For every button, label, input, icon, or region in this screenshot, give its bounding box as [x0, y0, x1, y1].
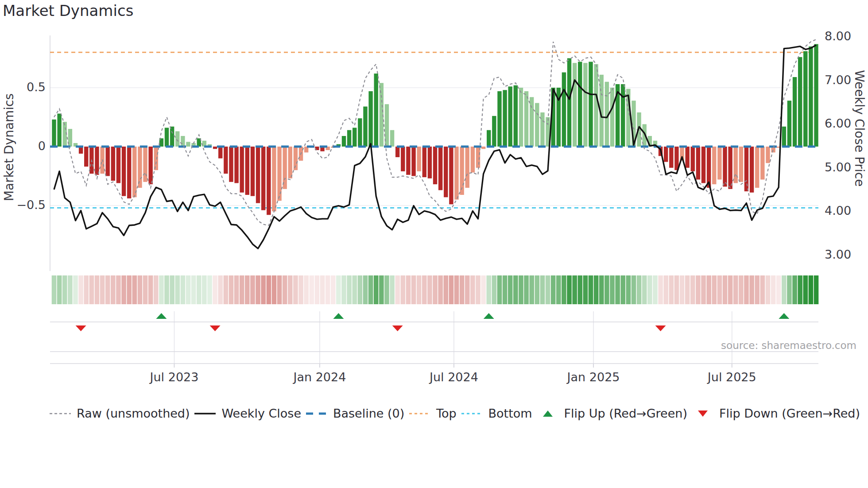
heatmap-cell	[685, 275, 690, 304]
oscillator-bar	[481, 147, 485, 149]
heatmap-cell	[341, 275, 346, 304]
heatmap-cell	[642, 275, 647, 304]
oscillator-bar	[57, 114, 61, 147]
oscillator-bar	[213, 147, 217, 149]
heatmap-cell	[798, 275, 802, 304]
heatmap-cell	[164, 275, 169, 304]
oscillator-bar	[814, 44, 818, 147]
left-axis-tick-label: 0.5	[27, 80, 46, 94]
heatmap-cell	[207, 275, 212, 304]
legend-label: Flip Down (Green→Red)	[719, 407, 860, 420]
weekly-close-swatch-icon	[194, 407, 216, 420]
right-axis-tick-label: 4.00	[825, 204, 851, 217]
heatmap-cell	[304, 275, 309, 304]
heatmap-cell	[513, 275, 518, 304]
oscillator-bar	[175, 131, 179, 147]
heatmap-cell	[449, 275, 454, 304]
heatmap-cell	[229, 275, 234, 304]
oscillator-bar	[712, 147, 716, 184]
heatmap-cell	[170, 275, 174, 304]
oscillator-bar	[492, 116, 496, 147]
legend-label: Baseline (0)	[333, 407, 404, 420]
heatmap-cell	[776, 275, 781, 304]
oscillator-bar	[84, 147, 88, 167]
heatmap-cell	[615, 275, 620, 304]
oscillator-bar	[417, 147, 421, 171]
heatmap-cell	[551, 275, 556, 304]
oscillator-bar	[750, 147, 754, 193]
oscillator-bar	[594, 64, 598, 147]
oscillator-bar	[261, 147, 265, 210]
heatmap-cell	[368, 275, 373, 304]
heatmap-cell	[283, 275, 287, 304]
heatmap-cell	[577, 275, 582, 304]
oscillator-bar	[411, 147, 415, 176]
heatmap-cell	[261, 275, 266, 304]
oscillator-bar	[787, 101, 791, 147]
top-line-swatch-icon	[409, 407, 430, 420]
heatmap-cell	[336, 275, 341, 304]
bottom-line-swatch-icon	[461, 407, 483, 420]
oscillator-bar	[664, 147, 668, 162]
heatmap-cell	[696, 275, 701, 304]
heatmap-cell	[89, 275, 94, 304]
heatmap-cell	[433, 275, 438, 304]
heatmap-cell	[594, 275, 599, 304]
oscillator-bar	[465, 147, 469, 188]
source-credit: source: sharemaestro.com	[721, 340, 856, 351]
heatmap-cell	[267, 275, 271, 304]
oscillator-bar	[390, 130, 394, 147]
oscillator-bar	[111, 147, 115, 181]
oscillator-bar	[589, 62, 593, 147]
heatmap-cell	[406, 275, 411, 304]
oscillator-bar	[181, 136, 185, 147]
oscillator-bar	[621, 84, 625, 147]
heatmap-cell	[771, 275, 776, 304]
heatmap-cell	[481, 275, 486, 304]
oscillator-bar	[122, 147, 126, 196]
oscillator-bar	[288, 147, 292, 178]
oscillator-bar	[562, 72, 566, 147]
baseline-swatch-icon	[306, 407, 327, 420]
heatmap-cell	[363, 275, 368, 304]
heatmap-cell	[422, 275, 427, 304]
flip-up-triangle-icon	[537, 407, 558, 420]
heatmap-cell	[132, 275, 137, 304]
heatmap-cell	[583, 275, 588, 304]
legend-item: Flip Down (Green→Red)	[692, 407, 860, 420]
oscillator-bar	[691, 147, 695, 171]
heatmap-cell	[298, 275, 303, 304]
legend-label: Top	[436, 407, 457, 420]
heatmap-cell	[159, 275, 164, 304]
heatmap-cell	[320, 275, 325, 304]
oscillator-bar	[363, 107, 367, 147]
heatmap-cell	[540, 275, 545, 304]
heatmap-cell	[427, 275, 432, 304]
legend-item: Raw (unsmoothed)	[50, 407, 190, 420]
heatmap-cell	[535, 275, 540, 304]
heatmap-cell	[690, 275, 695, 304]
heatmap-cell	[460, 275, 465, 304]
oscillator-bar	[245, 147, 249, 195]
heatmap-cell	[712, 275, 717, 304]
oscillator-bar	[803, 51, 807, 147]
heatmap-cell	[632, 275, 636, 304]
heatmap-cell	[739, 275, 744, 304]
heatmap-cell	[723, 275, 728, 304]
oscillator-bar	[717, 147, 721, 179]
x-axis-tick-label: Jul 2023	[150, 370, 199, 384]
heatmap-cell	[749, 275, 754, 304]
oscillator-bar	[701, 147, 705, 183]
heatmap-cell	[610, 275, 615, 304]
oscillator-bar	[127, 147, 131, 198]
heatmap-cell	[599, 275, 604, 304]
right-axis-tick-label: 8.00	[825, 29, 851, 43]
heatmap-cell	[814, 275, 819, 304]
oscillator-bar	[524, 91, 528, 147]
heatmap-cell	[454, 275, 459, 304]
heatmap-cell	[546, 275, 550, 304]
heatmap-cell	[224, 275, 229, 304]
oscillator-bar	[535, 103, 539, 147]
heatmap-cell	[95, 275, 100, 304]
heatmap-cell	[782, 275, 787, 304]
